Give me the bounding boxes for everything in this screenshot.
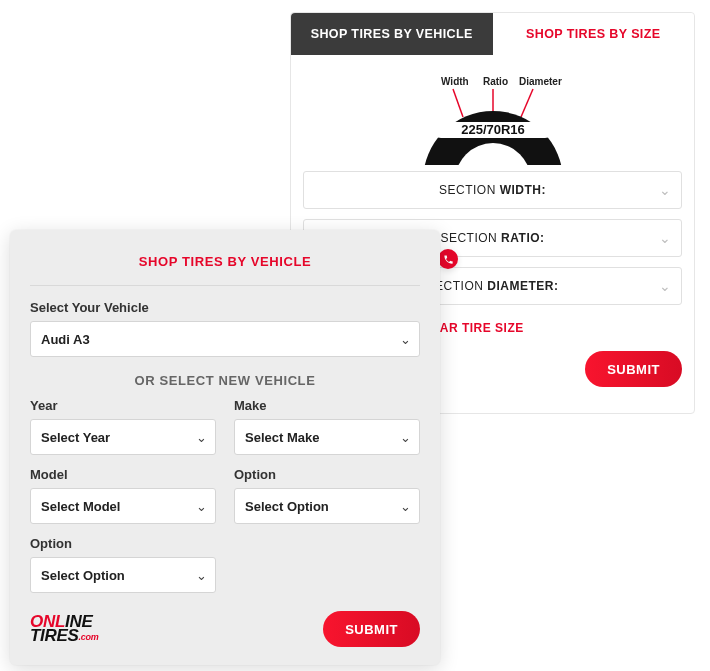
panel-title: SHOP TIRES BY VEHICLE: [30, 254, 420, 286]
tab-size[interactable]: SHOP TIRES BY SIZE: [493, 13, 695, 55]
model-select[interactable]: Select Model ⌄: [30, 488, 216, 524]
submit-size-button[interactable]: SUBMIT: [585, 351, 682, 387]
sub-header: OR SELECT NEW VEHICLE: [30, 373, 420, 388]
vehicle-select[interactable]: Audi A3 ⌄: [30, 321, 420, 357]
select-vehicle-label: Select Your Vehicle: [30, 300, 420, 315]
submit-vehicle-button[interactable]: SUBMIT: [323, 611, 420, 647]
tire-label-ratio: Ratio: [483, 76, 508, 87]
chevron-down-icon: ⌄: [196, 430, 207, 445]
tire-label-diameter: Diameter: [519, 76, 562, 87]
option1-select[interactable]: Select Option ⌄: [234, 488, 420, 524]
svg-line-0: [453, 89, 463, 117]
chevron-down-icon: ⌄: [400, 430, 411, 445]
vehicle-grid: Year Select Year ⌄ Make Select Make ⌄ Mo…: [30, 398, 420, 593]
shop-by-vehicle-panel: SHOP TIRES BY VEHICLE Select Your Vehicl…: [10, 230, 440, 665]
chevron-down-icon: ⌄: [659, 278, 671, 294]
chevron-down-icon: ⌄: [196, 499, 207, 514]
section-width-select[interactable]: SECTION WIDTH: ⌄: [303, 171, 682, 209]
chevron-down-icon: ⌄: [196, 568, 207, 583]
tabs: SHOP TIRES BY VEHICLE SHOP TIRES BY SIZE: [291, 13, 694, 55]
chevron-down-icon: ⌄: [400, 332, 411, 347]
chevron-down-icon: ⌄: [659, 182, 671, 198]
tire-inscription: 225/70R16: [461, 122, 525, 137]
phone-icon[interactable]: [438, 249, 458, 269]
year-label: Year: [30, 398, 216, 413]
tire-icon: Width Ratio Diameter 225/70R16: [403, 71, 583, 165]
option2-label: Option: [30, 536, 216, 551]
make-select[interactable]: Select Make ⌄: [234, 419, 420, 455]
model-label: Model: [30, 467, 216, 482]
chevron-down-icon: ⌄: [659, 230, 671, 246]
tire-graphic: Width Ratio Diameter 225/70R16: [291, 55, 694, 165]
tire-label-width: Width: [441, 76, 469, 87]
chevron-down-icon: ⌄: [400, 499, 411, 514]
onlinetires-logo: ONLINE TIRES.com: [30, 615, 98, 644]
svg-line-2: [521, 89, 533, 117]
tab-vehicle[interactable]: SHOP TIRES BY VEHICLE: [291, 13, 493, 55]
option2-select[interactable]: Select Option ⌄: [30, 557, 216, 593]
option1-label: Option: [234, 467, 420, 482]
year-select[interactable]: Select Year ⌄: [30, 419, 216, 455]
make-label: Make: [234, 398, 420, 413]
